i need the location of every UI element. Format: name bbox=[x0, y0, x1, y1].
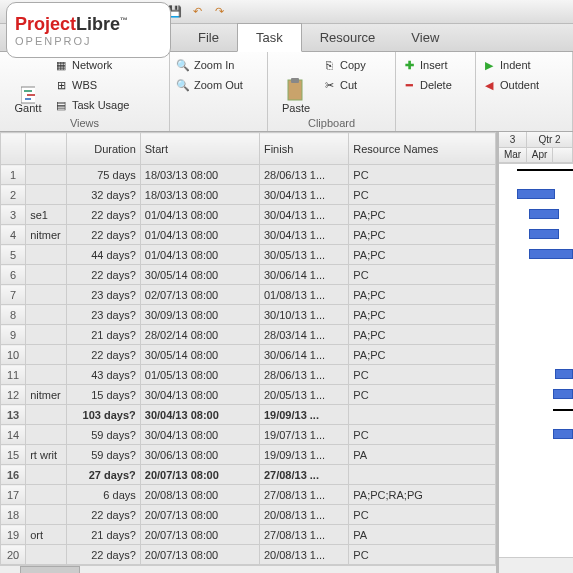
cell-start[interactable]: 30/05/14 08:00 bbox=[140, 345, 259, 365]
gantt-bar[interactable] bbox=[553, 429, 573, 439]
table-row[interactable]: 1143 days?01/05/13 08:0028/06/13 1...PC bbox=[1, 365, 496, 385]
cell-finish[interactable]: 01/08/13 1... bbox=[259, 285, 348, 305]
cell-start[interactable]: 01/04/13 08:00 bbox=[140, 205, 259, 225]
zoom-in-button[interactable]: 🔍Zoom In bbox=[176, 56, 243, 74]
cell-resources[interactable]: PA bbox=[349, 445, 496, 465]
cell-duration[interactable]: 103 days? bbox=[67, 405, 140, 425]
cell-resources[interactable]: PA;PC bbox=[349, 285, 496, 305]
cell-duration[interactable]: 22 days? bbox=[67, 545, 140, 565]
cell-finish[interactable]: 30/04/13 1... bbox=[259, 225, 348, 245]
table-row[interactable]: 723 days?02/07/13 08:0001/08/13 1...PA;P… bbox=[1, 285, 496, 305]
table-row[interactable]: 921 days?28/02/14 08:0028/03/14 1...PA;P… bbox=[1, 325, 496, 345]
zoom-out-button[interactable]: 🔍Zoom Out bbox=[176, 76, 243, 94]
gantt-chart[interactable]: 3Qtr 2 MarApr bbox=[496, 132, 573, 573]
table-row[interactable]: 19ort21 days?20/07/13 08:0027/08/13 1...… bbox=[1, 525, 496, 545]
gantt-bar[interactable] bbox=[529, 249, 573, 259]
gantt-horizontal-scrollbar[interactable] bbox=[499, 557, 573, 573]
header-resources[interactable]: Resource Names bbox=[349, 133, 496, 165]
cell-task[interactable]: rt writ bbox=[26, 445, 67, 465]
paste-button[interactable]: Paste bbox=[274, 56, 318, 114]
insert-button[interactable]: ✚Insert bbox=[402, 56, 452, 74]
grid-horizontal-scrollbar[interactable] bbox=[0, 565, 496, 573]
cell-resources[interactable]: PC bbox=[349, 385, 496, 405]
row-number[interactable]: 9 bbox=[1, 325, 26, 345]
cell-finish[interactable]: 30/06/14 1... bbox=[259, 345, 348, 365]
cell-duration[interactable]: 75 days bbox=[67, 165, 140, 185]
cell-start[interactable]: 01/05/13 08:00 bbox=[140, 365, 259, 385]
table-row[interactable]: 823 days?30/09/13 08:0030/10/13 1...PA;P… bbox=[1, 305, 496, 325]
row-number[interactable]: 17 bbox=[1, 485, 26, 505]
network-button[interactable]: ▦Network bbox=[54, 56, 129, 74]
table-row[interactable]: 1459 days?30/04/13 08:0019/07/13 1...PC bbox=[1, 425, 496, 445]
row-number[interactable]: 6 bbox=[1, 265, 26, 285]
cell-resources[interactable]: PC bbox=[349, 425, 496, 445]
cell-task[interactable] bbox=[26, 165, 67, 185]
cell-resources[interactable]: PC bbox=[349, 505, 496, 525]
cell-task[interactable] bbox=[26, 325, 67, 345]
cell-finish[interactable]: 27/08/13 1... bbox=[259, 525, 348, 545]
tab-file[interactable]: File bbox=[180, 24, 237, 51]
task-table[interactable]: Duration Start Finish Resource Names 175… bbox=[0, 132, 496, 565]
outdent-button[interactable]: ◀Outdent bbox=[482, 76, 539, 94]
cell-start[interactable]: 30/04/13 08:00 bbox=[140, 425, 259, 445]
row-number[interactable]: 3 bbox=[1, 205, 26, 225]
tab-resource[interactable]: Resource bbox=[302, 24, 394, 51]
gantt-body[interactable] bbox=[499, 164, 573, 556]
delete-button[interactable]: ━Delete bbox=[402, 76, 452, 94]
header-duration[interactable]: Duration bbox=[67, 133, 140, 165]
row-number[interactable]: 8 bbox=[1, 305, 26, 325]
cell-task[interactable] bbox=[26, 405, 67, 425]
row-number[interactable]: 19 bbox=[1, 525, 26, 545]
row-number[interactable]: 18 bbox=[1, 505, 26, 525]
cell-task[interactable] bbox=[26, 425, 67, 445]
table-row[interactable]: 622 days?30/05/14 08:0030/06/14 1...PC bbox=[1, 265, 496, 285]
cell-duration[interactable]: 6 days bbox=[67, 485, 140, 505]
cell-start[interactable]: 20/07/13 08:00 bbox=[140, 505, 259, 525]
cell-resources[interactable]: PA;PC bbox=[349, 305, 496, 325]
cell-start[interactable]: 18/03/13 08:00 bbox=[140, 185, 259, 205]
row-number[interactable]: 1 bbox=[1, 165, 26, 185]
app-logo[interactable]: ProjectLibre™ OPENPROJ bbox=[6, 2, 171, 58]
cell-resources[interactable]: PA;PC bbox=[349, 325, 496, 345]
gantt-bar[interactable] bbox=[529, 209, 559, 219]
table-row[interactable]: 1022 days?30/05/14 08:0030/06/14 1...PA;… bbox=[1, 345, 496, 365]
row-number[interactable]: 16 bbox=[1, 465, 26, 485]
undo-icon[interactable]: ↶ bbox=[190, 5, 204, 19]
cell-resources[interactable]: PC bbox=[349, 185, 496, 205]
cell-start[interactable]: 30/04/13 08:00 bbox=[140, 405, 259, 425]
cell-duration[interactable]: 44 days? bbox=[67, 245, 140, 265]
table-row[interactable]: 2022 days?20/07/13 08:0020/08/13 1...PC bbox=[1, 545, 496, 565]
cell-finish[interactable]: 28/06/13 1... bbox=[259, 365, 348, 385]
task-usage-button[interactable]: ▤Task Usage bbox=[54, 96, 129, 114]
cell-finish[interactable]: 19/09/13 1... bbox=[259, 445, 348, 465]
cell-task[interactable] bbox=[26, 305, 67, 325]
cell-duration[interactable]: 21 days? bbox=[67, 525, 140, 545]
table-row[interactable]: 15rt writ59 days?30/06/13 08:0019/09/13 … bbox=[1, 445, 496, 465]
cell-duration[interactable]: 22 days? bbox=[67, 265, 140, 285]
cell-task[interactable] bbox=[26, 505, 67, 525]
cell-duration[interactable]: 32 days? bbox=[67, 185, 140, 205]
cell-duration[interactable]: 22 days? bbox=[67, 345, 140, 365]
gantt-bar[interactable] bbox=[553, 409, 573, 417]
cell-resources[interactable]: PA;PC bbox=[349, 245, 496, 265]
table-row[interactable]: 13103 days?30/04/13 08:0019/09/13 ... bbox=[1, 405, 496, 425]
gantt-button[interactable]: Gantt bbox=[6, 56, 50, 114]
cell-duration[interactable]: 21 days? bbox=[67, 325, 140, 345]
cell-finish[interactable]: 20/05/13 1... bbox=[259, 385, 348, 405]
cell-finish[interactable]: 20/08/13 1... bbox=[259, 545, 348, 565]
cell-task[interactable] bbox=[26, 345, 67, 365]
table-row[interactable]: 1822 days?20/07/13 08:0020/08/13 1...PC bbox=[1, 505, 496, 525]
row-number[interactable]: 10 bbox=[1, 345, 26, 365]
cell-resources[interactable]: PA;PC bbox=[349, 205, 496, 225]
cell-finish[interactable]: 19/07/13 1... bbox=[259, 425, 348, 445]
cell-finish[interactable]: 27/08/13 ... bbox=[259, 465, 348, 485]
cell-finish[interactable]: 30/05/13 1... bbox=[259, 245, 348, 265]
cell-start[interactable]: 02/07/13 08:00 bbox=[140, 285, 259, 305]
cell-start[interactable]: 20/07/13 08:00 bbox=[140, 545, 259, 565]
table-row[interactable]: 544 days?01/04/13 08:0030/05/13 1...PA;P… bbox=[1, 245, 496, 265]
table-row[interactable]: 12nitmer15 days?30/04/13 08:0020/05/13 1… bbox=[1, 385, 496, 405]
cell-resources[interactable]: PA bbox=[349, 525, 496, 545]
cell-start[interactable]: 28/02/14 08:00 bbox=[140, 325, 259, 345]
cell-duration[interactable]: 22 days? bbox=[67, 505, 140, 525]
cell-finish[interactable]: 20/08/13 1... bbox=[259, 505, 348, 525]
